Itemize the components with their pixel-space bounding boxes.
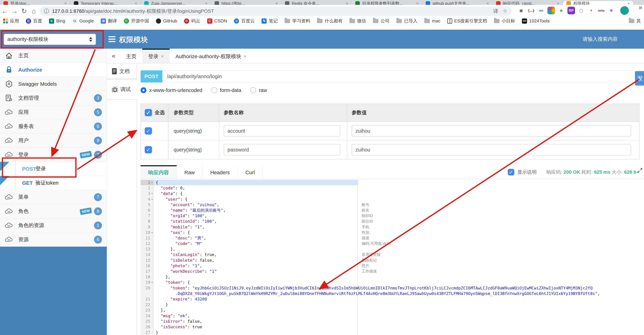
code-line[interactable]: 14 "isCanLogin": true,是否可登陆 [140, 252, 644, 257]
fold-icon[interactable]: ▾ [151, 230, 153, 235]
code-line[interactable]: 7 "orgId": "100",组织ID [140, 213, 644, 218]
tab-close-icon[interactable]: × [628, 1, 630, 5]
sidebar-endpoint-登录[interactable]: NEWPOST登录 [0, 162, 107, 176]
header-search-input[interactable] [582, 36, 628, 42]
browser-tab[interactable]: 登录/doc...× [0, 1, 70, 5]
code-line[interactable]: 22 } [140, 302, 644, 308]
tab-close-icon[interactable]: × [135, 1, 137, 5]
code-line[interactable]: 5 "account": "zuihou",账号 [140, 202, 644, 208]
select-all-checkbox[interactable]: ✓ [145, 109, 152, 116]
bookmark-item[interactable]: 小目标 [494, 18, 515, 24]
bookmark-item[interactable]: ES搜索引擎文档 [448, 18, 487, 24]
tab-主页[interactable]: 主页 [120, 49, 142, 63]
response-tab-Headers[interactable]: Headers [203, 165, 238, 179]
browser-tab[interactable]: 权限模块× [563, 1, 633, 5]
tab-close-icon[interactable]: × [64, 1, 67, 5]
browser-tab[interactable]: github push文件夹...× [422, 1, 492, 5]
sidebar-item-角色的资源[interactable]: API角色的资源1 [0, 218, 107, 232]
body-type-option[interactable]: raw [250, 87, 267, 93]
bookmark-item[interactable]: bBing [49, 18, 65, 24]
browser-tab[interactable]: 目录权限参数列表数...× [352, 1, 422, 5]
site-info-icon[interactable]: ⓘ [44, 8, 49, 15]
show-desc-checkbox[interactable]: ✓ [508, 169, 514, 176]
tab-close-icon[interactable]: × [205, 1, 208, 5]
code-line[interactable]: 6 "name": "最后的演示账号",姓名 [140, 208, 644, 213]
code-line[interactable]: 1▾{ [140, 180, 644, 185]
response-body-editor[interactable]: 1▾{2 "code": 0,3▾ "data": {4▾ "user": {5… [140, 180, 644, 335]
param-value-input[interactable] [352, 125, 631, 136]
bookmark-star-icon[interactable]: ☆ [503, 8, 508, 15]
code-line[interactable]: 2 "code": 0, [140, 185, 644, 191]
browser-tab[interactable]: Temporary Interac...× [70, 1, 141, 5]
code-line[interactable]: 4▾ "user": { [140, 196, 644, 202]
send-button[interactable]: 发 [635, 71, 644, 86]
colorful-circle-icon[interactable] [548, 7, 555, 14]
code-line[interactable]: 24 "msg": "ok", [140, 313, 644, 318]
fold-icon[interactable]: ▾ [151, 191, 153, 196]
sidebar-item-主页[interactable]: 主页 [0, 49, 107, 63]
bookmark-item[interactable]: ∞百度云 [234, 18, 254, 24]
asterisk-icon[interactable]: ✻ [608, 7, 615, 14]
bookmark-item[interactable]: GGoogle [72, 18, 94, 24]
home-icon[interactable]: ⌂ [29, 8, 39, 15]
browser-tab[interactable]: Zuia-Jampserver...× [141, 1, 211, 5]
bookmark-item[interactable]: G码云 [184, 18, 200, 24]
menu-icon[interactable] [108, 36, 116, 42]
tab-close-icon[interactable]: × [486, 1, 489, 5]
bookmark-item[interactable]: ✎笔记 [262, 18, 278, 24]
shield-icon[interactable]: ▼ [588, 7, 595, 14]
response-tab-Raw[interactable]: Raw [177, 165, 203, 179]
code-line[interactable]: 15 "isDelete": false,删除标记 [140, 258, 644, 263]
collapse-tabs-icon[interactable]: « [107, 52, 120, 60]
sidebar-item-Swagger Models[interactable]: Swagger Models [0, 77, 107, 91]
code-line[interactable]: 8 "stationId": "100",岗位ID [140, 218, 644, 224]
code-line[interactable]: 26 "isSuccess": true [140, 324, 644, 330]
bookmark-item[interactable]: 已导入 [396, 18, 418, 24]
code-line[interactable]: 17 "workDescribe": "1"工作描述 [140, 268, 644, 274]
ring-icon[interactable]: ◯ [578, 7, 585, 14]
response-tab-Curl[interactable]: Curl [238, 165, 263, 179]
address-bar[interactable]: ⓘ 127.0.0.1:8760/api/gate/doc.html#/auth… [40, 6, 512, 16]
param-name-input[interactable] [224, 144, 340, 156]
tab-文档[interactable]: 文档 [107, 64, 136, 79]
browser-tab[interactable]: https://和te...× [211, 1, 282, 5]
code-line[interactable]: 20 "token": "eyJhbGciOiJSUzI1NiJ9.eyJzdW… [140, 285, 644, 291]
body-type-option[interactable]: x-www-form-urlencoded [140, 87, 202, 93]
browser-tab[interactable]: 响应代码（post...× [492, 1, 563, 5]
fold-icon[interactable]: ▾ [151, 280, 153, 285]
reload-icon[interactable]: ↻ [19, 7, 29, 15]
param-name-input[interactable] [224, 125, 340, 136]
code-line[interactable]: 10▾ "sex": {性别 [140, 230, 644, 235]
sidebar-item-角色[interactable]: API角色NEW8 [0, 204, 107, 218]
code-line[interactable]: 19▾ "token": { [140, 280, 644, 285]
tab-overflow-icon[interactable]: » [639, 4, 642, 11]
tab-close-icon[interactable]: × [346, 1, 348, 5]
tab-登录[interactable]: 登录× [142, 49, 170, 63]
code-line[interactable]: 18 }, [140, 274, 644, 280]
sidebar-item-服务表[interactable]: API服务表6 [0, 119, 107, 134]
bookmark-item[interactable]: 什么都有 [317, 18, 342, 24]
code-line[interactable]: 3▾ "data": { [140, 191, 644, 196]
code-line[interactable]: 13 }, [140, 246, 644, 252]
tab-close-icon[interactable]: × [161, 54, 164, 59]
fold-icon[interactable]: ▾ [151, 180, 153, 185]
code-line[interactable]: 16 "photo": "1",照片 [140, 263, 644, 268]
code-line[interactable]: 23 }, [140, 308, 644, 313]
code-line[interactable]: 27} [140, 330, 644, 335]
param-checkbox[interactable]: ✓ [145, 127, 152, 134]
bookmark-item[interactable]: 百百度 [26, 18, 42, 24]
translate-en-icon[interactable]: en [538, 7, 545, 14]
bookmark-item[interactable]: 其 [629, 18, 641, 24]
tab-Authorize-authority-权限模块[interactable]: Authorize-authority-权限模块× [170, 49, 252, 63]
bookmark-item[interactable]: mac [424, 18, 440, 24]
sidebar-item-用户[interactable]: API用户9 [0, 134, 107, 148]
code-line[interactable]: 12 "code": "M"编码,可用值:W,M [140, 241, 644, 246]
code-line[interactable]: 25 "isError": false, [140, 318, 644, 324]
back-icon[interactable]: ← [0, 8, 10, 15]
code-line[interactable]: 11 "desc": "男",描述 [140, 235, 644, 241]
sidebar-item-资源[interactable]: API资源6 [0, 232, 107, 247]
tab-close-icon[interactable]: × [276, 1, 278, 5]
bookmark-item[interactable]: 微信 [350, 18, 366, 24]
tab-调试[interactable]: 调试 [107, 79, 137, 100]
fold-icon[interactable]: ▾ [151, 196, 153, 202]
